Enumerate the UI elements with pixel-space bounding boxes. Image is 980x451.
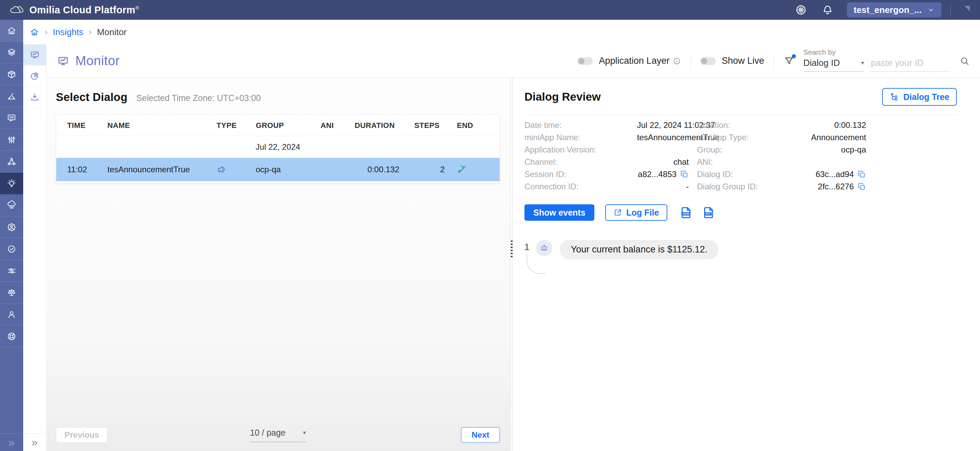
secondary-item-reports[interactable] — [23, 65, 46, 87]
field-label-miniapp-name: miniApp Name: — [525, 133, 637, 142]
search-icon[interactable] — [959, 56, 970, 66]
sidebar-item-support[interactable] — [0, 325, 23, 347]
detail-row: Session ID:a82...4853 Dialog ID:63c...ad… — [525, 168, 957, 180]
sidebar-item-applications[interactable] — [0, 41, 23, 64]
search-by-label: Search by — [803, 48, 864, 56]
sidebar-item-account[interactable] — [0, 304, 23, 325]
breadcrumb-link-insights[interactable]: Insights — [53, 27, 84, 38]
info-icon[interactable] — [673, 57, 681, 65]
copy-icon[interactable] — [857, 182, 866, 191]
dialog-actions: Show events Log File JSON — [525, 204, 957, 221]
dialog-tree-button[interactable]: Dialog Tree — [882, 88, 957, 106]
previous-page-button[interactable]: Previous — [56, 427, 107, 443]
primary-sidebar-expand-chevrons[interactable]: » — [0, 433, 23, 451]
dialog-review-title: Dialog Review — [525, 91, 601, 104]
external-link-icon — [613, 208, 622, 217]
application-layer-toggle[interactable] — [578, 57, 593, 65]
copy-icon[interactable] — [857, 170, 866, 179]
monitor-chart-icon — [30, 50, 40, 60]
dialog-review-pane: Dialog Review Dialog Tree Date time:Jul … — [513, 78, 980, 451]
call-end-icon — [457, 164, 500, 175]
page-size-select[interactable]: 10 / page ▾ — [250, 428, 306, 442]
application-layer-label: Application Layer — [599, 56, 669, 66]
search-type-select[interactable]: Dialog ID ▾ — [803, 57, 864, 72]
sidebar-item-admin[interactable] — [0, 216, 23, 238]
search-id-input[interactable] — [871, 57, 950, 72]
copy-icon[interactable] — [680, 170, 689, 179]
sidebar-item-analytics[interactable] — [0, 85, 23, 107]
secondary-item-monitor[interactable] — [23, 45, 46, 65]
log-file-button[interactable]: Log File — [605, 204, 667, 221]
breadcrumb-current-monitor: Monitor — [97, 27, 127, 38]
settings-gear-icon[interactable] — [795, 4, 807, 16]
table-row-selected[interactable]: 11:02 tesAnnouncementTrue ocp-qa 0:00.13… — [56, 158, 500, 181]
sidebar-item-home[interactable] — [0, 20, 23, 41]
sidebar-item-tuning[interactable] — [0, 129, 23, 151]
caret-down-icon: ▾ — [303, 429, 306, 436]
badge-check-icon — [6, 244, 17, 254]
search-by-block: Search by Dialog ID ▾ — [803, 48, 864, 72]
account-name: test_energon_... — [854, 5, 922, 15]
tree-icon — [889, 92, 899, 102]
field-value-dialog-group-id: 2fc...6276 — [810, 182, 854, 191]
omilia-cloud-platform-app: Omilia Cloud Platform® test_energon_... — [0, 0, 980, 451]
show-live-label: Show Live — [722, 56, 764, 66]
show-events-button[interactable]: Show events — [525, 204, 594, 221]
secondary-item-exports[interactable] — [23, 87, 46, 108]
export-json-button[interactable]: JSON — [679, 205, 694, 220]
sidebar-item-knowledge[interactable] — [0, 194, 23, 216]
column-header-name: NAME — [107, 121, 216, 130]
field-label-channel: Channel: — [525, 157, 637, 167]
filter-funnel-icon[interactable] — [784, 56, 794, 67]
filter-active-dot — [792, 54, 796, 58]
cloud-stack-icon — [6, 200, 17, 210]
toolbar-controls: Application Layer Show Live Search by Di… — [578, 50, 970, 72]
detail-row: Application Version: Group:ocp-qa — [525, 143, 957, 156]
sidebar-item-compliance[interactable] — [0, 282, 23, 304]
sidebar-item-quality[interactable] — [0, 238, 23, 260]
brand: Omilia Cloud Platform® — [8, 5, 139, 16]
breadcrumb-home-icon[interactable] — [30, 27, 39, 37]
double-chevron-icon: » — [32, 436, 38, 449]
set-square-icon — [6, 91, 17, 101]
detail-row: miniApp Name:tesAnnouncementTrue miniApp… — [525, 131, 957, 143]
show-live-toggle[interactable] — [700, 57, 715, 65]
next-page-button[interactable]: Next — [461, 427, 500, 443]
rtf-file-icon: RTF — [702, 205, 716, 220]
field-value-dialog-id: 63c...ad94 — [810, 169, 854, 179]
breadcrumb: › Insights › Monitor — [23, 20, 980, 45]
tree-connector-line — [527, 253, 546, 274]
toolbar-divider — [774, 53, 774, 69]
toolbar-divider — [690, 53, 691, 69]
top-bar-divider — [950, 3, 951, 16]
breadcrumb-separator: › — [89, 27, 92, 37]
sidebar-item-orchestrator[interactable] — [0, 151, 23, 173]
monitor-toolbar: Monitor Application Layer Show Live Sear… — [46, 45, 980, 78]
sidebar-item-conversations[interactable] — [0, 107, 23, 129]
secondary-sidebar-expand-chevrons[interactable]: » — [23, 433, 46, 451]
detail-row: Channel:chat ANI: — [525, 156, 957, 168]
column-header-end: END — [457, 121, 500, 130]
brand-name: Omilia Cloud Platform® — [29, 5, 139, 16]
sidebar-item-insights[interactable] — [0, 173, 23, 194]
cell-steps: 2 — [414, 165, 457, 174]
field-label-application-version: Application Version: — [525, 145, 637, 155]
export-rtf-button[interactable]: RTF — [702, 205, 716, 220]
pane-splitter[interactable] — [510, 78, 513, 451]
cell-duration: 0:00.132 — [355, 165, 414, 174]
dialog-transcript: 1 Your current balance is $1125.12. — [525, 240, 957, 259]
caret-down-icon: ▾ — [861, 59, 864, 67]
sidebar-item-miniapps[interactable] — [0, 64, 23, 85]
top-bar: Omilia Cloud Platform® test_energon_... — [0, 0, 980, 20]
page-title-wrap: Monitor — [57, 54, 120, 68]
page-size-value: 10 / page — [250, 428, 285, 438]
notifications-bell-icon[interactable] — [822, 4, 834, 16]
node-network-icon — [6, 156, 17, 167]
field-label-miniapp-type: miniApp Type: — [697, 133, 810, 142]
splitter-grip-handle[interactable] — [511, 241, 512, 258]
account-menu-button[interactable]: test_energon_... — [847, 2, 942, 18]
column-header-type: TYPE — [216, 121, 256, 130]
cell-group: ocp-qa — [256, 165, 321, 174]
sidebar-item-ai-processing[interactable] — [0, 260, 23, 282]
field-label-session-id: Session ID: — [525, 169, 637, 179]
